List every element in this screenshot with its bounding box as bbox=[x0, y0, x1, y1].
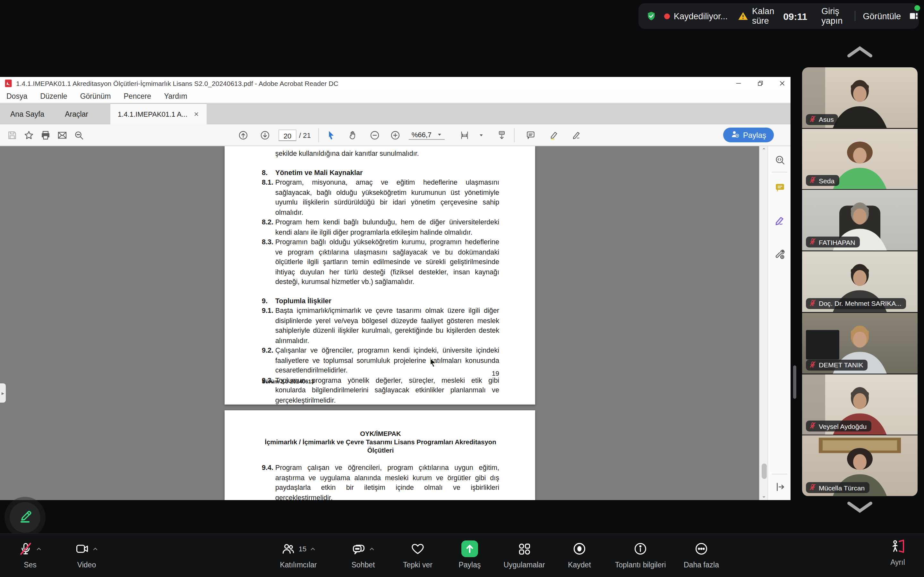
scroll-up-icon[interactable]: ⌃ bbox=[760, 147, 768, 153]
mic-off-icon bbox=[19, 542, 33, 556]
meeting-status-bar: Kaydediliyor... Kalan süre 09:11 Giriş y… bbox=[638, 3, 919, 29]
zoom-out-button[interactable] bbox=[367, 127, 383, 143]
remaining-time-label: Kalan süre bbox=[752, 6, 774, 26]
toolbar-label: Ses bbox=[24, 561, 37, 569]
gallery-scroll-down-button[interactable] bbox=[846, 500, 874, 514]
collapse-panel-button[interactable] bbox=[768, 477, 791, 496]
toolbar-label: Tepki ver bbox=[403, 561, 433, 569]
participant-tile[interactable]: Seda bbox=[802, 129, 918, 189]
participant-tile[interactable]: DEMET TANIK bbox=[802, 313, 918, 374]
acrobat-menubar: DosyaDüzenleGörünümPencereYardım bbox=[0, 90, 790, 103]
window-close-button[interactable] bbox=[779, 80, 785, 87]
apps-icon bbox=[517, 542, 531, 556]
participant-count: 15 bbox=[299, 545, 307, 553]
print-button[interactable] bbox=[37, 127, 54, 143]
pan-zoom-tool-button[interactable] bbox=[768, 150, 791, 169]
comment-tool-button[interactable] bbox=[522, 127, 539, 143]
acrobat-window: 1.4.1.IMEPAK01.1 Akreditasyon Ölçütleri-… bbox=[0, 77, 790, 500]
hand-tool-button[interactable] bbox=[345, 127, 362, 143]
participant-tile[interactable]: Asus bbox=[802, 67, 918, 128]
info-icon bbox=[633, 542, 648, 556]
fit-caret-icon[interactable] bbox=[473, 127, 489, 143]
more-tools-panel-button[interactable] bbox=[768, 244, 791, 263]
video-icon bbox=[75, 542, 89, 556]
previous-page-button[interactable] bbox=[235, 127, 252, 143]
leave-button[interactable]: Ayrıl bbox=[872, 538, 923, 566]
find-button[interactable] bbox=[71, 127, 87, 143]
annotate-button[interactable] bbox=[10, 502, 40, 533]
next-page-button[interactable] bbox=[257, 127, 273, 143]
participant-name-chip: DEMET TANIK bbox=[806, 359, 868, 370]
fit-width-button[interactable] bbox=[456, 127, 473, 143]
mic-off-icon bbox=[809, 177, 816, 185]
mic-off-icon bbox=[809, 238, 816, 246]
menubar-item-dosya[interactable]: Dosya bbox=[0, 92, 34, 100]
menubar-item-düzenle[interactable]: Düzenle bbox=[34, 92, 73, 100]
menubar-item-görünüm[interactable]: Görünüm bbox=[74, 92, 118, 100]
document-item-91: 9.1.Başta içmimarlık/içmimarlık ve çevre… bbox=[262, 306, 499, 346]
email-button[interactable] bbox=[54, 127, 71, 143]
participant-name: DEMET TANIK bbox=[819, 361, 863, 369]
save-button[interactable] bbox=[4, 127, 21, 143]
caret-up-icon[interactable] bbox=[369, 546, 375, 552]
zoom-in-button[interactable] bbox=[387, 127, 404, 143]
toolbar-label: Toplantı bilgileri bbox=[615, 561, 666, 569]
acrobat-titlebar: 1.4.1.IMEPAK01.1 Akreditasyon Ölçütleri-… bbox=[0, 77, 790, 90]
topbar-divider bbox=[855, 11, 855, 21]
window-title: 1.4.1.IMEPAK01.1 Akreditasyon Ölçütleri-… bbox=[16, 79, 338, 87]
remaining-time-value: 09:11 bbox=[783, 11, 807, 21]
meeting-toolbar: Ses Video 15 Katılımcılar Sohbet Tepki v… bbox=[0, 533, 924, 577]
recording-label: Kaydediliyor... bbox=[674, 11, 728, 21]
tab-tools[interactable]: Araçlar bbox=[55, 103, 99, 124]
toolbar-label: Sohbet bbox=[352, 561, 375, 569]
participant-tile[interactable]: Veysel Aydoğdu bbox=[802, 374, 918, 435]
document-item-92: 9.2.Çalışanlar ve öğrenciler, programın … bbox=[262, 346, 499, 376]
participant-name: Seda bbox=[819, 177, 835, 185]
participant-name-chip: Mücella Türcan bbox=[806, 482, 869, 493]
tab-home[interactable]: Ana Sayfa bbox=[0, 103, 55, 124]
participant-video-strip: Asus Seda FATIHAPA bbox=[802, 67, 918, 496]
signin-button[interactable]: Giriş yapın bbox=[821, 6, 847, 26]
record-icon bbox=[572, 542, 586, 556]
window-restore-button[interactable] bbox=[757, 80, 764, 87]
document-scrollbar[interactable]: ⌃ ⌄ bbox=[759, 146, 767, 500]
gallery-scrollbar-thumb[interactable] bbox=[793, 366, 796, 399]
caret-up-icon[interactable] bbox=[92, 546, 98, 552]
fill-sign-panel-button[interactable] bbox=[768, 211, 791, 230]
caret-up-icon[interactable] bbox=[36, 546, 42, 552]
acrobat-share-button[interactable]: Paylaş bbox=[723, 127, 774, 142]
window-minimize-button[interactable] bbox=[735, 80, 742, 87]
participant-tile[interactable]: Mücella Türcan bbox=[802, 436, 918, 496]
scroll-mode-button[interactable] bbox=[493, 127, 510, 143]
page-number-input[interactable]: 20 bbox=[278, 129, 296, 141]
participant-tile[interactable]: FATIHAPAN bbox=[802, 190, 918, 251]
highlight-tool-button[interactable] bbox=[545, 127, 562, 143]
star-button[interactable] bbox=[21, 127, 37, 143]
menubar-item-yardım[interactable]: Yardım bbox=[158, 92, 194, 100]
more-button[interactable]: Daha fazla bbox=[663, 539, 740, 575]
select-tool-button[interactable] bbox=[323, 127, 340, 143]
nav-pane-expand-button[interactable]: ► bbox=[0, 384, 6, 403]
camera-active-dot bbox=[914, 5, 920, 11]
comments-panel-button[interactable] bbox=[768, 177, 791, 197]
video-button[interactable]: Video bbox=[48, 539, 125, 575]
caret-up-icon[interactable] bbox=[310, 546, 315, 552]
document-item-82: 8.2.Program hem kendi bağlı bulunduğu, h… bbox=[262, 218, 499, 237]
participant-tile[interactable]: Doç. Dr. Mehmet SARIKA... bbox=[802, 251, 918, 312]
document-item-94: 9.4.Program çalışan ve öğrencileri, prog… bbox=[262, 463, 499, 500]
person-plus-icon bbox=[731, 130, 739, 140]
tab-document[interactable]: 1.4.1.IMEPAK01.1 A... bbox=[110, 103, 207, 124]
scrollbar-thumb[interactable] bbox=[761, 464, 766, 479]
menubar-item-pencere[interactable]: Pencere bbox=[118, 92, 158, 100]
scroll-down-icon[interactable]: ⌄ bbox=[760, 493, 768, 499]
view-button[interactable]: Görüntüle bbox=[863, 11, 919, 21]
acrobat-toolbar: 20 / 21 %66,7 Paylaş bbox=[0, 124, 790, 146]
toolbar-label: Kaydet bbox=[568, 561, 591, 569]
page-total-label: / 21 bbox=[299, 131, 311, 139]
recording-dot-icon bbox=[664, 13, 670, 19]
tab-close-icon[interactable] bbox=[194, 110, 199, 118]
gallery-scroll-up-button[interactable] bbox=[846, 45, 874, 59]
zoom-level-dropdown[interactable]: %66,7 bbox=[409, 130, 444, 140]
sign-tool-button[interactable] bbox=[568, 127, 585, 143]
document-canvas[interactable]: şekilde kullanıldığına dair kanıtlar sun… bbox=[0, 146, 759, 500]
